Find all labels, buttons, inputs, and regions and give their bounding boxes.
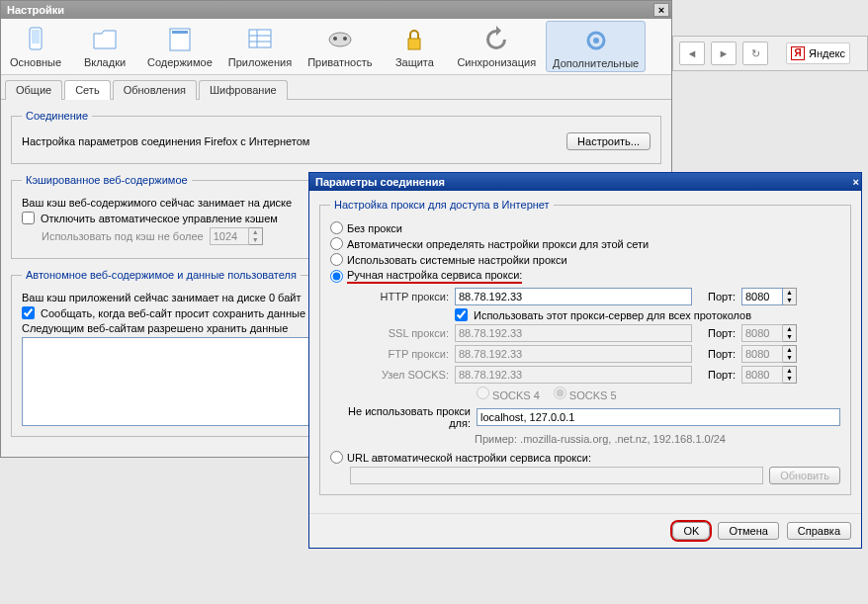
subtab-network[interactable]: Сеть [64, 80, 110, 100]
offline-legend: Автономное веб-содержимое и данные польз… [22, 269, 301, 281]
tab-privacy[interactable]: Приватность [300, 19, 380, 74]
tab-content[interactable]: Содержимое [139, 19, 220, 74]
settings-toolbar: Основные Вкладки Содержимое Приложения П… [1, 19, 671, 75]
ssl-host-input [455, 324, 692, 342]
http-port-label: Порт: [698, 291, 736, 302]
tab-general[interactable]: Основные [1, 19, 70, 74]
override-cache-label: Отключить автоматическое управление кэше… [41, 213, 278, 224]
cache-limit-label: Использовать под кэш не более [42, 230, 204, 242]
browser-chrome: ◄ ► ↻ Я Яндекс [672, 36, 868, 71]
spin-down-icon: ▼ [249, 236, 262, 244]
notify-label: Сообщать, когда веб-сайт просит сохранит… [41, 307, 305, 319]
proxy-fields: HTTP прокси: Порт: ▲▼ Использовать этот … [350, 288, 840, 401]
use-for-all-label: Использовать этот прокси-сервер для всех… [474, 309, 751, 321]
grid-icon [244, 25, 276, 54]
tab-advanced[interactable]: Дополнительные [546, 21, 646, 72]
close-icon[interactable]: × [853, 176, 859, 188]
radio-auto-label: Автоматически определять настройки прокс… [347, 238, 649, 250]
ssl-label: SSL прокси: [350, 327, 449, 339]
connection-desc: Настройка параметров соединения Firefox … [22, 135, 309, 147]
reload-button: Обновить [769, 467, 840, 484]
http-label: HTTP прокси: [350, 291, 449, 302]
radio-manual-label: Ручная настройка сервиса прокси: [347, 269, 522, 284]
subtabs: Общие Сеть Обновления Шифрование [1, 75, 671, 100]
tab-applications[interactable]: Приложения [220, 19, 300, 74]
folder-icon [89, 25, 121, 54]
pac-url-input [350, 467, 763, 484]
svg-point-10 [343, 37, 347, 41]
subtab-encryption[interactable]: Шифрование [199, 80, 288, 100]
connection-dialog-title: Параметры соединения [315, 176, 445, 188]
cache-status: Ваш кэш веб-содержимого сейчас занимает … [22, 197, 292, 209]
radio-socks4 [477, 387, 489, 399]
use-for-all-checkbox[interactable] [455, 308, 468, 321]
notify-checkbox[interactable] [22, 306, 35, 319]
svg-point-9 [333, 37, 337, 41]
forward-button[interactable]: ► [711, 42, 737, 65]
radio-system[interactable] [330, 253, 343, 266]
radio-none-label: Без прокси [347, 222, 402, 234]
cache-limit-input [210, 227, 249, 245]
list-label: Следующим веб-сайтам разрешено хранить д… [22, 322, 288, 334]
noproxy-input[interactable] [477, 408, 840, 426]
help-button[interactable]: Справка [787, 522, 851, 540]
tab-security[interactable]: Защита [380, 19, 449, 74]
radio-url[interactable] [330, 451, 343, 464]
svg-rect-11 [408, 39, 420, 49]
connection-legend: Соединение [22, 110, 92, 122]
radio-manual[interactable] [330, 270, 343, 283]
lock-icon [398, 25, 430, 54]
radio-url-label: URL автоматической настройки сервиса про… [347, 452, 591, 464]
settings-title: Настройки [7, 4, 64, 16]
socks-label: Узел SOCKS: [350, 369, 449, 381]
offline-status: Ваш кэш приложений сейчас занимает на ди… [22, 292, 301, 303]
proxy-legend: Настройка прокси для доступа в Интернет [330, 199, 554, 211]
subtab-general[interactable]: Общие [5, 80, 62, 100]
svg-point-8 [329, 33, 351, 46]
ok-button[interactable]: OK [672, 522, 710, 540]
ftp-port-input [741, 345, 783, 363]
radio-socks5 [554, 387, 566, 399]
ssl-port-input [741, 324, 783, 342]
cache-limit-spinner[interactable]: ▲▼ [210, 227, 263, 245]
cancel-button[interactable]: Отмена [718, 522, 778, 540]
connection-dialog: Параметры соединения × Настройка прокси … [308, 172, 862, 549]
configure-button[interactable]: Настроить... [566, 132, 651, 150]
socks-host-input [455, 366, 692, 384]
close-icon[interactable]: × [653, 3, 669, 17]
yandex-icon: Я [791, 46, 805, 60]
http-port-input[interactable] [741, 288, 783, 305]
connection-group: Соединение Настройка параметров соединен… [11, 110, 661, 164]
spin-up-icon: ▲ [249, 228, 262, 236]
back-button[interactable]: ◄ [679, 42, 705, 65]
tab-tabs[interactable]: Вкладки [70, 19, 139, 74]
radio-system-label: Использовать системные настройки прокси [347, 254, 567, 266]
noproxy-example: Пример: .mozilla-russia.org, .net.nz, 19… [475, 433, 840, 445]
dialog-buttons: OK Отмена Справка [309, 513, 861, 548]
radio-none[interactable] [330, 221, 343, 234]
svg-rect-1 [32, 30, 40, 43]
mask-icon [324, 25, 356, 54]
gear-icon [580, 26, 612, 55]
ftp-label: FTP прокси: [350, 348, 449, 360]
cache-legend: Кэшированное веб-содержимое [22, 174, 192, 186]
subtab-updates[interactable]: Обновления [113, 80, 197, 100]
connection-dialog-titlebar: Параметры соединения × [309, 173, 861, 191]
socks-port-input [741, 366, 783, 384]
phone-icon [20, 25, 51, 54]
svg-rect-4 [249, 30, 271, 47]
noproxy-label: Не использовать прокси для: [330, 405, 471, 429]
ftp-host-input [455, 345, 692, 363]
document-icon [164, 25, 196, 54]
override-cache-checkbox[interactable] [22, 212, 35, 224]
http-port-spinner[interactable]: ▲▼ [741, 288, 797, 305]
http-host-input[interactable] [455, 288, 692, 305]
tab-sync[interactable]: Синхронизация [449, 19, 544, 74]
search-box[interactable]: Я Яндекс [786, 43, 850, 64]
svg-point-13 [593, 38, 599, 43]
radio-auto[interactable] [330, 237, 343, 250]
reload-button[interactable]: ↻ [742, 42, 768, 65]
search-label: Яндекс [809, 47, 845, 59]
svg-rect-3 [172, 31, 188, 34]
proxy-group: Настройка прокси для доступа в Интернет … [319, 199, 851, 495]
